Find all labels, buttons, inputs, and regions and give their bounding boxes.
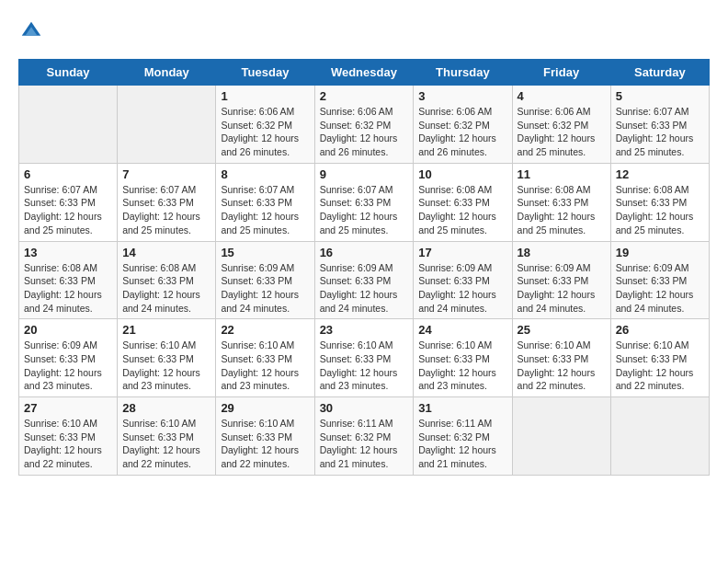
page-header — [18, 18, 710, 44]
day-number: 9 — [320, 167, 409, 181]
day-info: Sunrise: 6:10 AMSunset: 6:33 PMDaylight:… — [122, 417, 210, 471]
day-number: 29 — [221, 401, 309, 415]
day-number: 17 — [418, 246, 506, 259]
day-info: Sunrise: 6:08 AMSunset: 6:33 PMDaylight:… — [518, 183, 606, 237]
day-info: Sunrise: 6:08 AMSunset: 6:33 PMDaylight:… — [418, 183, 506, 237]
calendar-cell: 17Sunrise: 6:09 AMSunset: 6:33 PMDayligh… — [414, 241, 512, 319]
day-number: 12 — [616, 167, 704, 181]
calendar-cell: 20Sunrise: 6:09 AMSunset: 6:33 PMDayligh… — [19, 319, 118, 397]
calendar-week-row: 13Sunrise: 6:08 AMSunset: 6:33 PMDayligh… — [19, 241, 710, 319]
day-info: Sunrise: 6:10 AMSunset: 6:33 PMDaylight:… — [221, 339, 309, 393]
day-number: 21 — [122, 323, 210, 337]
calendar-cell: 5Sunrise: 6:07 AMSunset: 6:33 PMDaylight… — [610, 86, 709, 164]
day-info: Sunrise: 6:08 AMSunset: 6:33 PMDaylight:… — [122, 261, 210, 316]
calendar-cell: 18Sunrise: 6:09 AMSunset: 6:33 PMDayligh… — [512, 241, 610, 319]
day-info: Sunrise: 6:10 AMSunset: 6:33 PMDaylight:… — [320, 339, 409, 393]
calendar-cell: 19Sunrise: 6:09 AMSunset: 6:33 PMDayligh… — [610, 241, 709, 319]
day-number: 6 — [24, 167, 112, 181]
calendar-cell: 16Sunrise: 6:09 AMSunset: 6:33 PMDayligh… — [314, 241, 414, 319]
calendar-cell: 15Sunrise: 6:09 AMSunset: 6:33 PMDayligh… — [216, 241, 314, 319]
day-number: 31 — [418, 401, 506, 415]
logo-icon — [18, 18, 44, 44]
day-number: 27 — [24, 401, 112, 415]
calendar-cell: 30Sunrise: 6:11 AMSunset: 6:32 PMDayligh… — [314, 397, 414, 476]
calendar-cell: 23Sunrise: 6:10 AMSunset: 6:33 PMDayligh… — [314, 319, 414, 397]
calendar-week-row: 20Sunrise: 6:09 AMSunset: 6:33 PMDayligh… — [19, 319, 710, 397]
logo — [18, 18, 48, 44]
weekday-header: Saturday — [610, 60, 709, 86]
day-info: Sunrise: 6:06 AMSunset: 6:32 PMDaylight:… — [418, 105, 506, 159]
day-number: 16 — [320, 246, 409, 259]
calendar-header: SundayMondayTuesdayWednesdayThursdayFrid… — [19, 60, 710, 86]
calendar-cell: 10Sunrise: 6:08 AMSunset: 6:33 PMDayligh… — [414, 163, 512, 241]
day-number: 11 — [518, 167, 606, 181]
day-info: Sunrise: 6:10 AMSunset: 6:33 PMDaylight:… — [418, 339, 506, 393]
day-number: 7 — [122, 167, 210, 181]
day-number: 30 — [320, 401, 409, 415]
day-number: 10 — [418, 167, 506, 181]
weekday-header: Thursday — [414, 60, 512, 86]
day-info: Sunrise: 6:07 AMSunset: 6:33 PMDaylight:… — [320, 183, 409, 237]
calendar-cell: 26Sunrise: 6:10 AMSunset: 6:33 PMDayligh… — [610, 319, 709, 397]
day-number: 20 — [24, 323, 112, 337]
day-info: Sunrise: 6:08 AMSunset: 6:33 PMDaylight:… — [616, 183, 704, 237]
calendar-cell: 12Sunrise: 6:08 AMSunset: 6:33 PMDayligh… — [610, 163, 709, 241]
calendar-table: SundayMondayTuesdayWednesdayThursdayFrid… — [18, 59, 710, 476]
calendar-week-row: 1Sunrise: 6:06 AMSunset: 6:32 PMDaylight… — [19, 86, 710, 164]
calendar-cell: 31Sunrise: 6:11 AMSunset: 6:32 PMDayligh… — [414, 397, 512, 476]
day-info: Sunrise: 6:07 AMSunset: 6:33 PMDaylight:… — [122, 183, 210, 237]
calendar-cell: 29Sunrise: 6:10 AMSunset: 6:33 PMDayligh… — [216, 397, 314, 476]
day-number: 13 — [24, 246, 112, 259]
day-info: Sunrise: 6:10 AMSunset: 6:33 PMDaylight:… — [221, 417, 309, 471]
day-number: 14 — [122, 246, 210, 259]
day-number: 1 — [221, 89, 309, 103]
day-number: 26 — [616, 323, 704, 337]
day-number: 18 — [518, 246, 606, 259]
day-number: 25 — [518, 323, 606, 337]
weekday-header: Friday — [512, 60, 610, 86]
day-info: Sunrise: 6:06 AMSunset: 6:32 PMDaylight:… — [518, 105, 606, 159]
day-info: Sunrise: 6:07 AMSunset: 6:33 PMDaylight:… — [24, 183, 112, 237]
calendar-cell: 22Sunrise: 6:10 AMSunset: 6:33 PMDayligh… — [216, 319, 314, 397]
day-info: Sunrise: 6:09 AMSunset: 6:33 PMDaylight:… — [24, 339, 112, 393]
calendar-week-row: 6Sunrise: 6:07 AMSunset: 6:33 PMDaylight… — [19, 163, 710, 241]
calendar-cell: 9Sunrise: 6:07 AMSunset: 6:33 PMDaylight… — [314, 163, 414, 241]
day-info: Sunrise: 6:09 AMSunset: 6:33 PMDaylight:… — [221, 261, 309, 316]
calendar-week-row: 27Sunrise: 6:10 AMSunset: 6:33 PMDayligh… — [19, 397, 710, 476]
calendar-cell: 6Sunrise: 6:07 AMSunset: 6:33 PMDaylight… — [19, 163, 118, 241]
day-info: Sunrise: 6:10 AMSunset: 6:33 PMDaylight:… — [518, 339, 606, 393]
day-info: Sunrise: 6:10 AMSunset: 6:33 PMDaylight:… — [24, 417, 112, 471]
day-info: Sunrise: 6:08 AMSunset: 6:33 PMDaylight:… — [24, 261, 112, 316]
calendar-cell — [118, 86, 216, 164]
day-info: Sunrise: 6:11 AMSunset: 6:32 PMDaylight:… — [418, 417, 506, 471]
weekday-row: SundayMondayTuesdayWednesdayThursdayFrid… — [19, 60, 710, 86]
day-info: Sunrise: 6:06 AMSunset: 6:32 PMDaylight:… — [221, 105, 309, 159]
calendar-body: 1Sunrise: 6:06 AMSunset: 6:32 PMDaylight… — [19, 86, 710, 476]
calendar-cell: 4Sunrise: 6:06 AMSunset: 6:32 PMDaylight… — [512, 86, 610, 164]
calendar-cell — [610, 397, 709, 476]
day-number: 28 — [122, 401, 210, 415]
day-info: Sunrise: 6:11 AMSunset: 6:32 PMDaylight:… — [320, 417, 409, 471]
day-info: Sunrise: 6:09 AMSunset: 6:33 PMDaylight:… — [518, 261, 606, 316]
day-number: 8 — [221, 167, 309, 181]
calendar-cell: 7Sunrise: 6:07 AMSunset: 6:33 PMDaylight… — [118, 163, 216, 241]
calendar-cell: 24Sunrise: 6:10 AMSunset: 6:33 PMDayligh… — [414, 319, 512, 397]
day-number: 19 — [616, 246, 704, 259]
day-number: 24 — [418, 323, 506, 337]
calendar-cell: 27Sunrise: 6:10 AMSunset: 6:33 PMDayligh… — [19, 397, 118, 476]
weekday-header: Monday — [118, 60, 216, 86]
calendar-cell: 8Sunrise: 6:07 AMSunset: 6:33 PMDaylight… — [216, 163, 314, 241]
day-info: Sunrise: 6:09 AMSunset: 6:33 PMDaylight:… — [418, 261, 506, 316]
day-info: Sunrise: 6:06 AMSunset: 6:32 PMDaylight:… — [320, 105, 409, 159]
weekday-header: Tuesday — [216, 60, 314, 86]
weekday-header: Wednesday — [314, 60, 414, 86]
day-number: 4 — [518, 89, 606, 103]
day-info: Sunrise: 6:10 AMSunset: 6:33 PMDaylight:… — [122, 339, 210, 393]
weekday-header: Sunday — [19, 60, 118, 86]
calendar-cell: 21Sunrise: 6:10 AMSunset: 6:33 PMDayligh… — [118, 319, 216, 397]
day-info: Sunrise: 6:09 AMSunset: 6:33 PMDaylight:… — [320, 261, 409, 316]
calendar-cell: 28Sunrise: 6:10 AMSunset: 6:33 PMDayligh… — [118, 397, 216, 476]
day-info: Sunrise: 6:10 AMSunset: 6:33 PMDaylight:… — [616, 339, 704, 393]
calendar-cell — [512, 397, 610, 476]
calendar-cell: 1Sunrise: 6:06 AMSunset: 6:32 PMDaylight… — [216, 86, 314, 164]
